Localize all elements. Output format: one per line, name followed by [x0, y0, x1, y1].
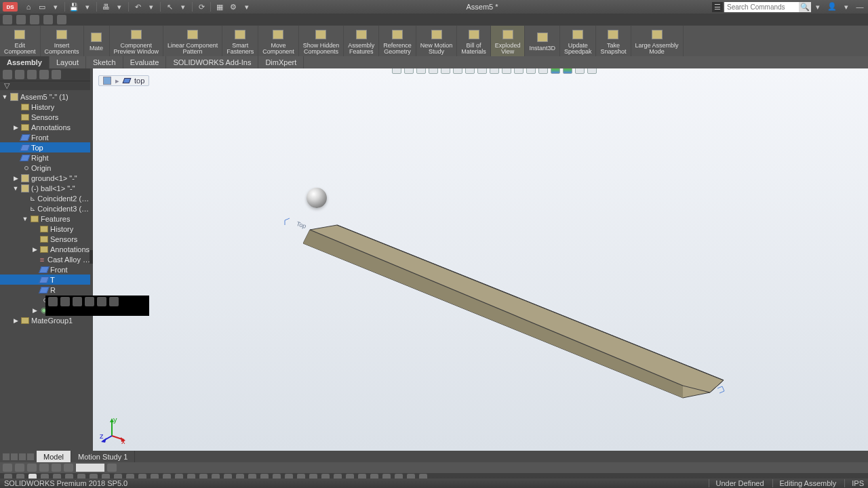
search-dropdown-icon[interactable]: ▾ [812, 1, 823, 12]
ribbon-tab-assembly[interactable]: Assembly [0, 56, 50, 68]
ribbon-instant-d-button[interactable]: Instant3D [525, 26, 560, 56]
ribbon-tab-evaluate[interactable]: Evaluate [123, 56, 167, 68]
view-icon[interactable] [587, 68, 597, 74]
ribbon-tab-solidworks-add-ins[interactable]: SOLIDWORKS Add-Ins [166, 56, 258, 68]
search-input[interactable] [724, 2, 799, 12]
tree-item-history[interactable]: History [0, 224, 90, 234]
tree-item-origin[interactable]: Origin [0, 163, 90, 173]
ribbon-tab-layout[interactable]: Layout [50, 56, 86, 68]
ribbon-edit-component-button[interactable]: Edit Component [0, 26, 41, 56]
ribbon-tab-sketch[interactable]: Sketch [86, 56, 123, 68]
tree-item-front[interactable]: Front [0, 132, 90, 142]
timeline-icon[interactable] [64, 464, 73, 472]
ctx-normal-to-icon[interactable] [48, 297, 58, 306]
ctx-section-icon[interactable] [73, 297, 82, 306]
tree-item-coincident2-fr[interactable]: ⊾Coincident2 ("-",Fr... [0, 193, 90, 203]
print-dropdown-icon[interactable]: ▾ [114, 1, 125, 12]
print-icon[interactable]: 🖶 [100, 1, 111, 12]
save-icon[interactable]: 💾 [68, 1, 79, 12]
select-dropdown-icon[interactable]: ▾ [178, 1, 189, 12]
new-icon[interactable]: ▭ [37, 1, 47, 12]
tree-tab-icon[interactable] [27, 70, 37, 79]
tree-tab-icon[interactable] [15, 70, 24, 79]
tree-item-sensors[interactable]: Sensors [0, 112, 90, 122]
tree-item-features[interactable]: ▼Features [0, 214, 90, 224]
tree-item-coincident3-ri[interactable]: ⊾Coincident3 ("-",Ri... [0, 203, 90, 214]
ctx-zoom-icon[interactable] [109, 297, 119, 306]
tree-item-history[interactable]: History [0, 102, 90, 112]
scene-icon[interactable] [563, 68, 572, 74]
settings-icon[interactable]: ⚙ [228, 1, 239, 12]
ribbon-linear-component-pattern-button[interactable]: Linear Component Pattern [163, 26, 222, 56]
ribbon-update-speedpak-button[interactable]: Update Speedpak [560, 26, 597, 56]
ribbon-take-snapshot-button[interactable]: Take Snapshot [596, 26, 631, 56]
timeline-icon[interactable] [39, 464, 49, 472]
ribbon-show-hidden-components-button[interactable]: Show Hidden Components [299, 26, 344, 56]
display-style-icon[interactable] [490, 68, 499, 74]
ribbon-component-preview-window-button[interactable]: Component Preview Window [110, 26, 164, 56]
appearance-icon[interactable] [551, 68, 560, 74]
view-icon[interactable] [429, 68, 438, 74]
view-icon[interactable] [416, 68, 426, 74]
undo-dropdown-icon[interactable]: ▾ [146, 1, 157, 12]
model-tab-motion-study-1[interactable]: Motion Study 1 [71, 451, 135, 462]
options-icon[interactable]: ▦ [214, 1, 225, 12]
tree-item-r[interactable]: R [0, 285, 90, 295]
tab-scroll-controls[interactable] [0, 451, 37, 462]
view-icon[interactable] [477, 68, 487, 74]
feature-tree[interactable]: ▼Assem5 "-" (1)HistorySensors▶Annotation… [0, 90, 90, 451]
timeline-key-slot[interactable] [76, 464, 104, 472]
ribbon-smart-fasteners-button[interactable]: Smart Fasteners [222, 26, 258, 56]
tree-tab-icon[interactable] [52, 70, 61, 79]
view-icon[interactable] [404, 68, 414, 74]
selection-breadcrumb[interactable]: ▸ top [98, 75, 149, 86]
qa-icon[interactable] [57, 15, 66, 24]
qa-icon[interactable] [3, 15, 12, 24]
save-dropdown-icon[interactable]: ▾ [82, 1, 93, 12]
timeline-icon[interactable] [15, 464, 24, 472]
ribbon-mate-button[interactable]: Mate [84, 26, 110, 56]
tree-item-t[interactable]: T [0, 274, 90, 285]
qa-icon[interactable] [30, 15, 39, 24]
tree-item-sensors[interactable]: Sensors [0, 234, 90, 244]
qa-icon[interactable] [16, 15, 26, 24]
zoom-fit-icon[interactable] [441, 68, 450, 74]
ribbon-move-component-button[interactable]: Move Component [258, 26, 299, 56]
tree-item-annotations[interactable]: ▶Annotations [0, 122, 90, 132]
search-button[interactable]: 🔍 [799, 2, 811, 12]
qa-icon[interactable] [43, 15, 53, 24]
ribbon-new-motion-study-button[interactable]: New Motion Study [416, 26, 458, 56]
ribbon-assembly-features-button[interactable]: Assembly Features [344, 26, 379, 56]
undo-icon[interactable]: ↶ [132, 1, 143, 12]
tree-item-ball-1[interactable]: ▼(-) ball<1> "-" [0, 183, 90, 193]
plane-corner-handle[interactable] [284, 218, 292, 226]
orientation-triad[interactable]: y x z [100, 417, 127, 444]
tree-item-mategroup1[interactable]: ▶MateGroup1 [0, 315, 90, 325]
view-settings-icon[interactable] [575, 68, 585, 74]
timeline-icon[interactable] [52, 464, 61, 472]
select-icon[interactable]: ↖ [164, 1, 175, 12]
tree-item-right[interactable]: Right [0, 152, 90, 163]
view-icon[interactable] [538, 68, 548, 74]
timeline-icon[interactable] [3, 464, 12, 472]
minimize-icon[interactable]: — [854, 2, 865, 12]
ctx-hide-icon[interactable] [85, 297, 94, 306]
tree-item-annotations[interactable]: ▶Annotations [0, 244, 90, 254]
ribbon-tab-dimxpert[interactable]: DimXpert [258, 56, 304, 68]
ctx-sketch-icon[interactable] [60, 297, 70, 306]
tree-item-ground-1[interactable]: ▶ground<1> "-" [0, 173, 90, 183]
ribbon-insert-components-button[interactable]: Insert Components [41, 26, 84, 56]
tree-item-cast-alloy-steel[interactable]: ≡Cast Alloy Steel [0, 254, 90, 264]
view-icon[interactable] [392, 68, 401, 74]
ball-part[interactable] [307, 188, 327, 208]
view-icon[interactable] [453, 68, 462, 74]
ribbon-large-assembly-mode-button[interactable]: Large Assembly Mode [631, 26, 684, 56]
ribbon-exploded-view-button[interactable]: Exploded View [491, 26, 526, 56]
view-icon[interactable] [465, 68, 475, 74]
ribbon-reference-geometry-button[interactable]: Reference Geometry [379, 26, 416, 56]
ground-part[interactable] [303, 223, 737, 405]
graphics-viewport[interactable]: ▸ top T [93, 68, 868, 451]
model-tab-model[interactable]: Model [37, 451, 71, 462]
view-icon[interactable] [502, 68, 511, 74]
user-icon[interactable]: 👤 [827, 2, 837, 12]
